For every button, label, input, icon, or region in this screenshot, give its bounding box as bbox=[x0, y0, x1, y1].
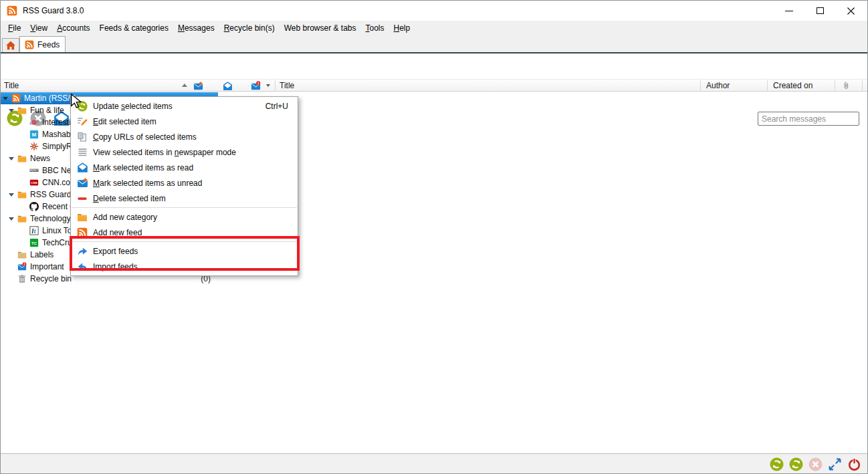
techcrunch-icon bbox=[29, 238, 39, 247]
context-menu: Update selected itemsCtrl+U Edit selecte… bbox=[70, 96, 298, 276]
maximize-icon bbox=[817, 7, 824, 14]
menu-help[interactable]: Help bbox=[389, 21, 415, 35]
app-window: RSS Guard 3.8.0 File View Accounts Feeds… bbox=[0, 0, 868, 474]
menu-item-add-category[interactable]: Add new category bbox=[71, 209, 298, 225]
menu-web-browser-tabs[interactable]: Web browser & tabs bbox=[280, 21, 361, 35]
menu-item-delete-selected[interactable]: Delete selected item bbox=[71, 191, 298, 206]
menu-item-import-feeds[interactable]: Import feeds bbox=[71, 259, 298, 274]
sort-asc-icon bbox=[182, 84, 187, 87]
rss-icon bbox=[11, 94, 21, 103]
rss-icon bbox=[25, 40, 34, 49]
bbc-icon bbox=[29, 166, 39, 175]
edit-icon bbox=[77, 116, 88, 127]
menu-accounts[interactable]: Accounts bbox=[52, 21, 94, 35]
menu-item-mark-unread[interactable]: Mark selected items as unread bbox=[71, 175, 298, 191]
important-envelope-icon bbox=[17, 262, 27, 271]
app-logo-rss-icon bbox=[7, 5, 17, 16]
delete-icon bbox=[77, 193, 88, 204]
menu-file[interactable]: File bbox=[3, 21, 25, 35]
shortcut-label: Ctrl+U bbox=[265, 102, 288, 111]
menubar: File View Accounts Feeds & categories Me… bbox=[1, 21, 867, 35]
window-title: RSS Guard 3.8.0 bbox=[23, 6, 84, 15]
menu-item-newspaper-view[interactable]: View selected items in newspaper mode bbox=[71, 144, 298, 160]
search-input[interactable] bbox=[758, 112, 859, 126]
folder-icon bbox=[17, 154, 27, 163]
folder-icon bbox=[77, 212, 88, 223]
linuxtoday-icon bbox=[29, 226, 39, 235]
newspaper-icon bbox=[78, 147, 88, 157]
attachment-paperclip-icon[interactable] bbox=[841, 81, 851, 91]
quit-icon[interactable] bbox=[847, 457, 861, 471]
read-envelope-icon bbox=[77, 162, 88, 173]
folder-icon bbox=[17, 190, 27, 199]
github-icon bbox=[29, 202, 39, 211]
menu-item-add-feed[interactable]: Add new feed bbox=[71, 225, 298, 240]
feed-column-title[interactable]: Title bbox=[4, 81, 19, 90]
column-headers: Title Title Author Created on bbox=[1, 79, 867, 92]
folder-icon bbox=[17, 106, 27, 115]
menu-tools[interactable]: Tools bbox=[361, 21, 389, 35]
menu-feeds-categories[interactable]: Feeds & categories bbox=[95, 21, 173, 35]
cnn-icon bbox=[29, 178, 39, 187]
column-picker-caret-icon[interactable] bbox=[266, 84, 270, 87]
menu-view[interactable]: View bbox=[25, 21, 52, 35]
home-icon bbox=[5, 40, 16, 51]
menu-item-update-selected[interactable]: Update selected itemsCtrl+U bbox=[71, 98, 298, 114]
unread-envelope-star-icon bbox=[77, 177, 88, 189]
menu-separator bbox=[72, 241, 297, 242]
export-arrow-icon bbox=[77, 245, 88, 257]
tab-home[interactable] bbox=[2, 38, 19, 52]
tabbar: Feeds bbox=[1, 35, 867, 53]
expander-icon[interactable] bbox=[9, 192, 15, 198]
statusbar bbox=[1, 453, 867, 474]
close-icon bbox=[847, 7, 855, 15]
tab-feeds-label: Feeds bbox=[37, 40, 60, 49]
expander-icon[interactable] bbox=[9, 108, 15, 114]
menu-recycle-bins[interactable]: Recycle bin(s) bbox=[219, 21, 280, 35]
read-envelope-icon[interactable] bbox=[223, 81, 233, 91]
fullscreen-icon[interactable] bbox=[828, 457, 842, 471]
refresh-icon[interactable] bbox=[789, 457, 803, 471]
planet-icon bbox=[29, 118, 39, 127]
message-column-created-on[interactable]: Created on bbox=[773, 81, 812, 90]
recycle-bin-icon bbox=[17, 274, 27, 283]
menu-item-edit-selected[interactable]: Edit selected item bbox=[71, 114, 298, 129]
update-icon bbox=[77, 101, 88, 112]
menu-item-export-feeds[interactable]: Export feeds bbox=[71, 243, 298, 259]
cancel-update-icon bbox=[808, 457, 823, 471]
maximize-button[interactable] bbox=[804, 1, 835, 21]
flower-icon bbox=[29, 142, 39, 151]
copy-icon bbox=[77, 132, 88, 142]
import-arrow-icon bbox=[77, 261, 88, 272]
tab-feeds[interactable]: Feeds bbox=[19, 36, 66, 52]
labels-icon bbox=[17, 250, 27, 259]
menu-messages[interactable]: Messages bbox=[173, 21, 219, 35]
titlebar: RSS Guard 3.8.0 bbox=[1, 1, 867, 21]
message-column-title[interactable]: Title bbox=[280, 81, 294, 90]
menu-item-mark-read[interactable]: Mark selected items as read bbox=[71, 160, 298, 175]
menu-separator bbox=[72, 207, 297, 208]
minimize-icon bbox=[785, 11, 793, 11]
toolbar bbox=[1, 53, 867, 79]
unread-envelope-star-icon[interactable] bbox=[193, 81, 203, 91]
folder-icon bbox=[17, 214, 27, 223]
expander-icon[interactable] bbox=[9, 156, 15, 162]
minimize-button[interactable] bbox=[774, 1, 804, 21]
expander-icon[interactable] bbox=[9, 216, 15, 222]
message-column-author[interactable]: Author bbox=[706, 81, 730, 90]
mashable-icon bbox=[29, 130, 39, 139]
expander-icon[interactable] bbox=[3, 96, 9, 102]
refresh-icon[interactable] bbox=[770, 457, 784, 471]
rss-icon bbox=[77, 227, 88, 238]
important-envelope-icon[interactable] bbox=[251, 81, 261, 91]
menu-item-copy-urls[interactable]: Copy URLs of selected items bbox=[71, 129, 298, 144]
close-button[interactable] bbox=[835, 1, 866, 21]
